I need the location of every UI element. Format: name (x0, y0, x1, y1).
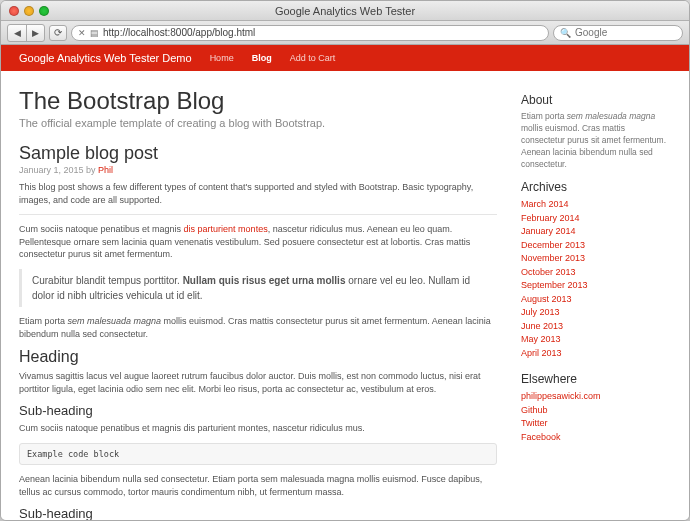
post-p4: Cum sociis natoque penatibus et magnis d… (19, 422, 497, 435)
close-icon[interactable] (9, 6, 19, 16)
post-date: January 1, 2015 by (19, 165, 98, 175)
post-title: Sample blog post (19, 143, 497, 164)
url-bar[interactable]: ✕ ▤ (71, 25, 549, 41)
title-bar: Google Analytics Web Tester (1, 1, 689, 21)
subheading-1: Sub-heading (19, 403, 497, 418)
nav-buttons: ◀ ▶ (7, 24, 45, 42)
archive-link[interactable]: May 2013 (521, 334, 561, 344)
archives-list: March 2014 February 2014 January 2014 De… (521, 198, 671, 360)
archive-link[interactable]: July 2013 (521, 307, 560, 317)
browser-window: Google Analytics Web Tester ◀ ▶ ⟳ ✕ ▤ 🔍 … (0, 0, 690, 521)
archive-link[interactable]: September 2013 (521, 280, 588, 290)
search-icon: 🔍 (560, 28, 571, 38)
post-p1: Cum sociis natoque penatibus et magnis d… (19, 223, 497, 261)
elsewhere-link[interactable]: Twitter (521, 418, 548, 428)
nav-home[interactable]: Home (210, 53, 234, 63)
about-heading: About (521, 93, 671, 107)
traffic-lights (1, 6, 49, 16)
about-text: Etiam porta sem malesuada magna mollis e… (521, 111, 671, 170)
search-input[interactable] (575, 27, 690, 38)
archive-link[interactable]: October 2013 (521, 267, 576, 277)
archive-link[interactable]: June 2013 (521, 321, 563, 331)
site-navbar: Google Analytics Web Tester Demo Home Bl… (1, 45, 689, 71)
brand[interactable]: Google Analytics Web Tester Demo (19, 52, 192, 64)
window-title: Google Analytics Web Tester (1, 5, 689, 17)
post-p3: Vivamus sagittis lacus vel augue laoreet… (19, 370, 497, 395)
blog-title: The Bootstrap Blog (19, 87, 497, 115)
elsewhere-list: philippesawicki.com Github Twitter Faceb… (521, 390, 671, 444)
scroll-area[interactable]: Google Analytics Web Tester Demo Home Bl… (1, 45, 689, 520)
reload-button[interactable]: ⟳ (49, 25, 67, 41)
main-column: The Bootstrap Blog The official example … (19, 87, 497, 520)
blog-subtitle: The official example template of creatin… (19, 117, 497, 129)
separator (19, 214, 497, 215)
elsewhere-heading: Elsewhere (521, 372, 671, 386)
favicon-icon: ▤ (90, 28, 99, 38)
code-block: Example code block (19, 443, 497, 465)
archive-link[interactable]: December 2013 (521, 240, 585, 250)
nav-cart[interactable]: Add to Cart (290, 53, 336, 63)
blockquote: Curabitur blandit tempus porttitor. Null… (19, 269, 497, 307)
subheading-2: Sub-heading (19, 506, 497, 520)
nav-blog[interactable]: Blog (252, 53, 272, 63)
archive-link[interactable]: November 2013 (521, 253, 585, 263)
post-author-link[interactable]: Phil (98, 165, 113, 175)
post-p2: Etiam porta sem malesuada magna mollis e… (19, 315, 497, 340)
elsewhere-link[interactable]: Github (521, 405, 548, 415)
archive-link[interactable]: March 2014 (521, 199, 569, 209)
elsewhere-link[interactable]: philippesawicki.com (521, 391, 601, 401)
viewport: Google Analytics Web Tester Demo Home Bl… (1, 45, 689, 520)
archive-link[interactable]: January 2014 (521, 226, 576, 236)
post-p5: Aenean lacinia bibendum nulla sed consec… (19, 473, 497, 498)
url-input[interactable] (103, 27, 542, 38)
archive-link[interactable]: April 2013 (521, 348, 562, 358)
inline-link[interactable]: dis parturient montes (184, 224, 268, 234)
archive-link[interactable]: February 2014 (521, 213, 580, 223)
back-button[interactable]: ◀ (8, 25, 26, 41)
browser-toolbar: ◀ ▶ ⟳ ✕ ▤ 🔍 (1, 21, 689, 45)
maximize-icon[interactable] (39, 6, 49, 16)
heading: Heading (19, 348, 497, 366)
forward-button[interactable]: ▶ (26, 25, 44, 41)
page-icon: ✕ (78, 28, 86, 38)
post-meta: January 1, 2015 by Phil (19, 165, 497, 175)
sidebar: About Etiam porta sem malesuada magna mo… (521, 93, 671, 520)
post-intro: This blog post shows a few different typ… (19, 181, 497, 206)
archives-heading: Archives (521, 180, 671, 194)
archive-link[interactable]: August 2013 (521, 294, 572, 304)
search-bar[interactable]: 🔍 (553, 25, 683, 41)
minimize-icon[interactable] (24, 6, 34, 16)
elsewhere-link[interactable]: Facebook (521, 432, 561, 442)
